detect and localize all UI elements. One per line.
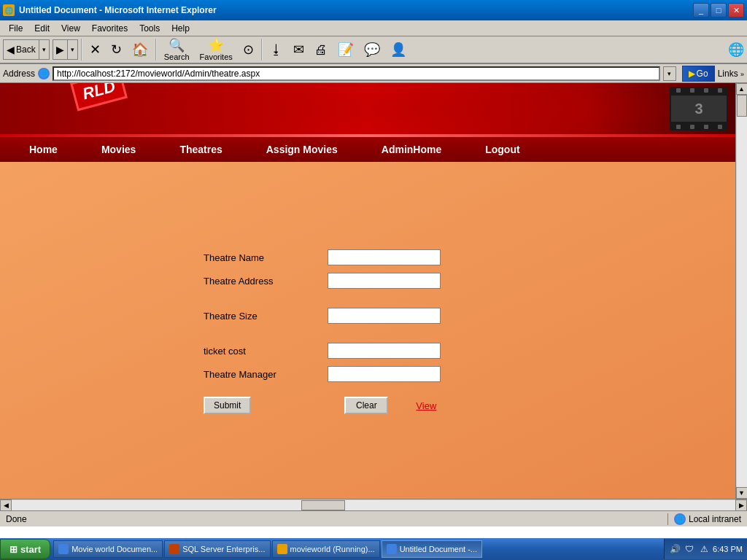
spacer-2: [204, 331, 532, 338]
hscroll-left-arrow[interactable]: ◀: [0, 499, 12, 511]
minimize-button[interactable]: _: [693, 3, 709, 18]
hscroll-right-arrow[interactable]: ▶: [735, 499, 747, 511]
print-button[interactable]: 🖨: [310, 42, 332, 58]
separator-2: [155, 39, 157, 61]
ticket-cost-input[interactable]: [328, 343, 441, 359]
home-button[interactable]: 🏠: [128, 42, 152, 58]
back-button[interactable]: ◀ Back: [3, 39, 39, 60]
theatre-address-row: Theatre Address: [204, 273, 532, 289]
menu-edit[interactable]: Edit: [28, 22, 55, 35]
main-area: Theatre Name Theatre Address Theatre Siz…: [0, 162, 735, 499]
mail-button[interactable]: ✉: [289, 42, 309, 58]
nav-assign-movies[interactable]: Assign Movies: [244, 144, 360, 155]
form-buttons: Submit Clear View: [204, 397, 532, 414]
status-zone: 🌐 Local intranet: [667, 513, 741, 525]
refresh-icon: ↻: [111, 43, 122, 56]
window-controls[interactable]: _ □ ✕: [693, 3, 744, 18]
clear-button[interactable]: Clear: [344, 397, 388, 414]
mail-icon: ✉: [293, 43, 304, 56]
film-hole: [704, 88, 708, 93]
address-icon: 🌐: [38, 68, 50, 79]
address-label: Address: [3, 69, 35, 79]
favorites-icon: ⭐: [208, 39, 224, 52]
separator-3: [261, 39, 263, 61]
theatre-manager-label: Theatre Manager: [204, 369, 320, 380]
film-hole: [690, 88, 694, 93]
links-button[interactable]: Links »: [718, 69, 744, 79]
theatre-name-input[interactable]: [328, 249, 441, 265]
status-bar: Done 🌐 Local intranet: [0, 510, 747, 526]
film-hole: [718, 88, 722, 93]
menu-file[interactable]: File: [3, 22, 28, 35]
nav-bar: Home Movies Theatres Assign Movies Admin…: [0, 137, 735, 162]
theatre-address-input[interactable]: [328, 273, 441, 289]
scroll-up-arrow[interactable]: ▲: [736, 83, 748, 95]
edit-button[interactable]: 📝: [333, 42, 358, 58]
refresh-button[interactable]: ↻: [107, 42, 126, 58]
links-chevron-icon: »: [740, 71, 744, 78]
back-dropdown[interactable]: ▾: [39, 39, 50, 60]
theatre-size-label: Theatre Size: [204, 311, 320, 322]
nav-theatres[interactable]: Theatres: [158, 144, 244, 155]
spacer-1: [204, 296, 532, 303]
search-button[interactable]: 🔍 Search: [160, 37, 194, 63]
stop-icon: ✕: [90, 43, 101, 56]
menu-favorites[interactable]: Favorites: [86, 22, 133, 35]
theatre-size-input[interactable]: [328, 308, 441, 324]
forward-button[interactable]: ▶: [53, 39, 68, 60]
media-icon: ⊙: [243, 43, 254, 56]
home-icon: 🏠: [132, 43, 148, 56]
scroll-thumb[interactable]: [737, 95, 747, 117]
menu-help[interactable]: Help: [166, 22, 196, 35]
submit-button[interactable]: Submit: [204, 397, 251, 414]
stop-button[interactable]: ✕: [85, 42, 105, 58]
film-hole: [718, 125, 722, 129]
film-hole: [676, 125, 681, 129]
view-link[interactable]: View: [416, 400, 436, 411]
media-button[interactable]: ⊙: [239, 42, 258, 58]
theatre-manager-input[interactable]: [328, 366, 441, 382]
theatre-address-label: Theatre Address: [204, 276, 320, 287]
maximize-button[interactable]: □: [711, 3, 727, 18]
favorites-button[interactable]: ⭐ Favorites: [196, 37, 237, 63]
ticket-cost-label: ticket cost: [204, 346, 320, 357]
ie-icon: 🌐: [3, 4, 15, 16]
film-hole: [690, 125, 694, 129]
nav-home[interactable]: Home: [7, 144, 80, 155]
film-holes-bottom: [670, 123, 728, 131]
forward-dropdown[interactable]: ▾: [68, 39, 78, 60]
hscroll-thumb[interactable]: [301, 500, 345, 510]
film-holes-top: [670, 87, 728, 94]
page-content: RLD 3: [0, 83, 735, 499]
scroll-down-arrow[interactable]: ▼: [736, 487, 748, 499]
titlebar: 🌐 Untitled Document - Microsoft Internet…: [0, 0, 747, 20]
theatre-name-row: Theatre Name: [204, 249, 532, 265]
nav-admin-home[interactable]: AdminHome: [360, 144, 463, 155]
film-frame: 3: [671, 96, 727, 122]
film-hole: [676, 88, 681, 93]
discuss-button[interactable]: 💬: [360, 42, 384, 58]
address-input[interactable]: [53, 66, 660, 81]
search-icon: 🔍: [169, 39, 185, 52]
address-dropdown[interactable]: ▾: [663, 66, 676, 81]
ticket-cost-row: ticket cost: [204, 343, 532, 359]
menu-tools[interactable]: Tools: [133, 22, 166, 35]
history-button[interactable]: ⭳: [266, 42, 287, 58]
messenger-icon: 👤: [390, 43, 406, 56]
close-button[interactable]: ✕: [728, 3, 744, 18]
ie-logo: 🌐: [728, 42, 744, 58]
form-container: Theatre Name Theatre Address Theatre Siz…: [204, 249, 532, 414]
history-icon: ⭳: [270, 43, 283, 56]
scrollbar-right[interactable]: ▲ ▼: [735, 83, 747, 499]
hscrollbar[interactable]: ◀ ▶: [0, 499, 747, 510]
toolbar: ◀ Back ▾ ▶ ▾ ✕ ↻ 🏠 🔍 Search ⭐ Favorites …: [0, 36, 747, 64]
nav-logout[interactable]: Logout: [463, 144, 541, 155]
nav-movies[interactable]: Movies: [80, 144, 158, 155]
menu-view[interactable]: View: [55, 22, 86, 35]
messenger-button[interactable]: 👤: [386, 42, 411, 58]
film-hole: [704, 125, 708, 129]
go-button[interactable]: ▶ Go: [682, 66, 715, 82]
scroll-track[interactable]: [737, 95, 747, 487]
hscroll-track[interactable]: [12, 500, 735, 510]
zone-label: Local intranet: [689, 514, 741, 524]
